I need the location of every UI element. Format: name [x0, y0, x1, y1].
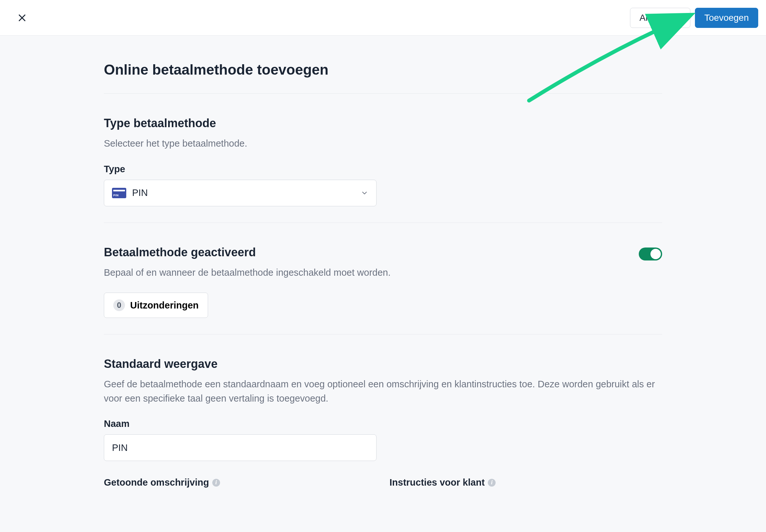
section-type-title: Type betaalmethode	[104, 116, 662, 130]
page-title: Online betaalmethode toevoegen	[104, 62, 662, 94]
modal-header: Annuleren Toevoegen	[0, 0, 766, 36]
exceptions-button[interactable]: 0 Uitzonderingen	[104, 293, 208, 318]
info-icon[interactable]: i	[212, 479, 220, 487]
type-select-value: PIN	[132, 187, 148, 198]
type-select[interactable]: PIN PIN	[104, 180, 376, 206]
cancel-button[interactable]: Annuleren	[630, 8, 690, 28]
close-icon	[17, 13, 27, 23]
activated-toggle[interactable]	[639, 248, 662, 260]
section-activated-desc: Bepaal of en wanneer de betaalmethode in…	[104, 266, 391, 280]
section-activated-title: Betaalmethode geactiveerd	[104, 246, 391, 259]
submit-button[interactable]: Toevoegen	[695, 8, 758, 28]
section-display-title: Standaard weergave	[104, 357, 662, 371]
form-container: Online betaalmethode toevoegen Type beta…	[104, 36, 662, 509]
instructions-label: Instructies voor klant i	[390, 477, 662, 488]
exceptions-label: Uitzonderingen	[130, 300, 199, 311]
close-button[interactable]	[16, 11, 29, 24]
shown-desc-label: Getoonde omschrijving i	[104, 477, 376, 488]
type-field-label: Type	[104, 164, 662, 175]
chevron-down-icon	[360, 189, 368, 197]
header-actions: Annuleren Toevoegen	[630, 8, 758, 28]
name-input[interactable]	[104, 434, 376, 461]
info-icon[interactable]: i	[488, 479, 496, 487]
name-field-label: Naam	[104, 418, 662, 429]
section-type-desc: Selecteer het type betaalmethode.	[104, 137, 662, 151]
pin-card-icon: PIN	[112, 188, 126, 198]
exceptions-count-badge: 0	[113, 299, 125, 311]
section-type: Type betaalmethode Selecteer het type be…	[104, 94, 662, 223]
section-display: Standaard weergave Geef de betaalmethode…	[104, 334, 662, 509]
section-activated: Betaalmethode geactiveerd Bepaal of en w…	[104, 223, 662, 335]
section-display-desc: Geef de betaalmethode een standaardnaam …	[104, 377, 662, 405]
